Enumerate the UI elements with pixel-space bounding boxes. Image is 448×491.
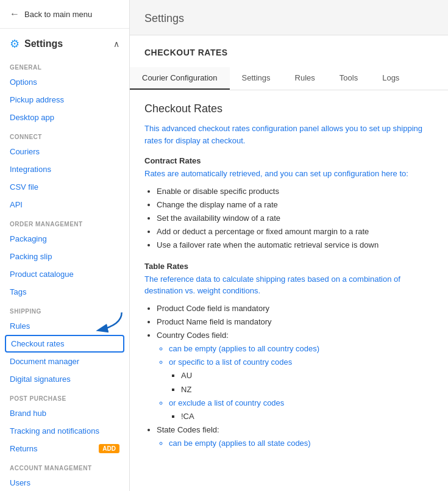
table-rates-desc: The reference data to calculate shipping… xyxy=(144,273,433,297)
sidebar-item-integrations[interactable]: Integrations xyxy=(0,160,129,178)
contract-rates-desc: Rates are automatically retrieved, and y… xyxy=(144,168,433,180)
page-title: Settings xyxy=(144,12,184,24)
tab-content-title: Checkout Rates xyxy=(144,102,433,115)
back-to-main-button[interactable]: ← Back to main menu xyxy=(0,0,129,29)
country-or-sub: or exclude a list of country codes !CA xyxy=(169,396,433,423)
contract-rates-list: Enable or disable specific products Chan… xyxy=(157,185,433,252)
country-sub-sub-list: AU NZ xyxy=(181,369,433,396)
sidebar-item-packaging[interactable]: Packaging xyxy=(0,230,129,248)
contract-bullet-5: Use a failover rate when the automatic r… xyxy=(157,238,433,252)
contract-bullet-2: Change the display name of a rate xyxy=(157,198,433,212)
sidebar-item-options[interactable]: Options xyxy=(0,73,129,91)
sidebar-item-packing-slip[interactable]: Packing slip xyxy=(0,248,129,265)
sidebar-item-returns[interactable]: Returns ADD xyxy=(0,440,129,457)
sidebar-item-checkout-rates[interactable]: Checkout rates xyxy=(5,335,124,353)
tab-logs[interactable]: Logs xyxy=(370,67,411,90)
country-sub-1: can be empty (applies to all country cod… xyxy=(169,342,433,356)
table-bullet-state-codes: State Codes field: can be empty (applies… xyxy=(157,423,433,450)
tab-courier-configuration[interactable]: Courier Configuration xyxy=(130,67,230,90)
page-header: Settings xyxy=(130,0,448,35)
state-codes-sub-list: can be empty (applies to all state codes… xyxy=(169,437,433,450)
country-sub-2: or specific to a list of country codes A… xyxy=(169,356,433,396)
sidebar-item-desktop-app[interactable]: Desktop app xyxy=(0,109,129,126)
country-code-au: AU xyxy=(181,369,433,382)
sidebar-item-rules[interactable]: Rules xyxy=(0,317,129,335)
contract-bullet-4: Add or deduct a percentage or fixed amou… xyxy=(157,225,433,238)
contract-rates-title: Contract Rates xyxy=(144,156,433,165)
country-or-sub-sub-list: !CA xyxy=(181,410,433,423)
returns-add-badge: ADD xyxy=(99,444,119,453)
table-rates-list: Product Code field is mandatory Product … xyxy=(157,302,433,450)
back-to-main-label: Back to main menu xyxy=(24,10,92,19)
sidebar-header: ⚙ Settings ∧ xyxy=(0,29,129,57)
table-bullet-3: Country Codes field: can be empty (appli… xyxy=(157,329,433,423)
tab-tools[interactable]: Tools xyxy=(327,67,370,90)
main-content: Settings CHECKOUT RATES Courier Configur… xyxy=(130,0,448,491)
section-label-shipping: SHIPPING xyxy=(0,301,129,317)
sidebar-item-digital-signatures[interactable]: Digital signatures xyxy=(0,370,129,388)
sidebar-header-left: ⚙ Settings xyxy=(10,37,63,51)
sidebar-item-users[interactable]: Users xyxy=(0,474,129,491)
sidebar-item-couriers[interactable]: Couriers xyxy=(0,143,129,160)
section-label-account-management: ACCOUNT MANAGEMENT xyxy=(0,457,129,474)
sidebar-item-document-manager[interactable]: Document manager xyxy=(0,353,129,370)
chevron-up-icon: ∧ xyxy=(113,39,119,49)
tab-intro-text: This advanced checkout rates configurati… xyxy=(144,123,433,146)
table-bullet-2: Product Name field is mandatory xyxy=(157,315,433,329)
tab-rules[interactable]: Rules xyxy=(283,67,327,90)
sidebar-item-tracking-notifications[interactable]: Tracking and notifications xyxy=(0,422,129,440)
gear-icon: ⚙ xyxy=(10,37,20,51)
contract-bullet-3: Set the availability window of a rate xyxy=(157,212,433,225)
section-label-order-management: ORDER MANAGEMENT xyxy=(0,213,129,230)
sidebar-item-product-catalogue[interactable]: Product catalogue xyxy=(0,265,129,283)
sidebar-item-csv-file[interactable]: CSV file xyxy=(0,178,129,196)
table-bullet-1: Product Code field is mandatory xyxy=(157,302,433,315)
tab-settings[interactable]: Settings xyxy=(230,67,283,90)
tabs-bar: Courier Configuration Settings Rules Too… xyxy=(130,67,448,90)
tab-content: Checkout Rates This advanced checkout ra… xyxy=(130,90,448,472)
country-code-nz: NZ xyxy=(181,383,433,396)
sidebar-item-pickup-address[interactable]: Pickup address xyxy=(0,91,129,109)
sidebar: ← Back to main menu ⚙ Settings ∧ GENERAL… xyxy=(0,0,130,491)
section-label-post-purchase: POST PURCHASE xyxy=(0,388,129,404)
back-arrow-icon: ← xyxy=(10,9,20,20)
section-label-general: GENERAL xyxy=(0,57,129,73)
country-codes-sub-list: can be empty (applies to all country cod… xyxy=(169,342,433,423)
sidebar-item-tags[interactable]: Tags xyxy=(0,283,129,301)
returns-label: Returns xyxy=(10,444,38,453)
contract-bullet-1: Enable or disable specific products xyxy=(157,185,433,198)
sidebar-item-brand-hub[interactable]: Brand hub xyxy=(0,404,129,422)
state-codes-sub-1: can be empty (applies to all state codes… xyxy=(169,437,433,450)
sidebar-item-api[interactable]: API xyxy=(0,196,129,213)
checkout-rates-section-title: CHECKOUT RATES xyxy=(130,35,448,67)
content-area: CHECKOUT RATES Courier Configuration Set… xyxy=(130,35,448,491)
sidebar-title: Settings xyxy=(24,38,63,49)
country-code-ca: !CA xyxy=(181,410,433,423)
section-label-connect: CONNECT xyxy=(0,126,129,143)
table-rates-title: Table Rates xyxy=(144,262,433,271)
